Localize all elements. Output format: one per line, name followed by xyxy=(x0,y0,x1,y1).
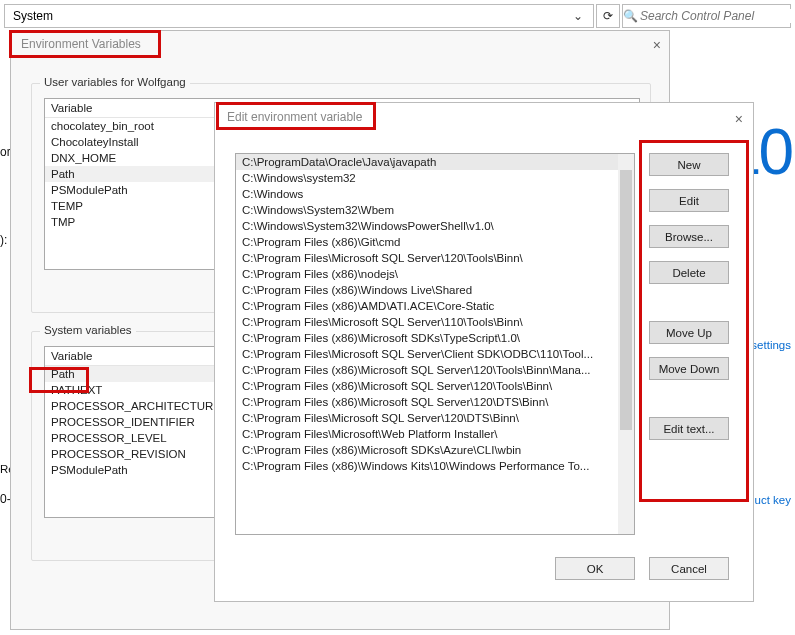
list-item[interactable]: C:\Program Files (x86)\Microsoft SQL Ser… xyxy=(236,362,634,378)
new-button[interactable]: New xyxy=(649,153,729,176)
list-item[interactable]: C:\Program Files (x86)\Microsoft SQL Ser… xyxy=(236,378,634,394)
cancel-button[interactable]: Cancel xyxy=(649,557,729,580)
scrollbar[interactable] xyxy=(618,154,634,534)
list-item[interactable]: C:\Program Files (x86)\AMD\ATI.ACE\Core-… xyxy=(236,298,634,314)
list-item[interactable]: C:\Program Files (x86)\Windows Kits\10\W… xyxy=(236,458,634,474)
list-item[interactable]: C:\Program Files (x86)\Microsoft SDKs\Az… xyxy=(236,442,634,458)
edge-text: ): xyxy=(0,233,7,247)
list-item[interactable]: C:\Program Files (x86)\Microsoft SDKs\Ty… xyxy=(236,330,634,346)
group-legend: User variables for Wolfgang xyxy=(40,76,190,88)
edit-env-variable-dialog: Edit environment variable × C:\ProgramDa… xyxy=(214,102,754,602)
dialog-title: Environment Variables xyxy=(11,31,669,51)
breadcrumb-input[interactable] xyxy=(11,8,569,24)
list-item[interactable]: C:\Windows\System32\WindowsPowerShell\v1… xyxy=(236,218,634,234)
browse-button[interactable]: Browse... xyxy=(649,225,729,248)
chevron-down-icon[interactable]: ⌄ xyxy=(569,9,587,23)
list-item[interactable]: C:\ProgramData\Oracle\Java\javapath xyxy=(236,154,634,170)
ok-button[interactable]: OK xyxy=(555,557,635,580)
search-box[interactable]: 🔍 xyxy=(622,4,791,28)
list-item[interactable]: C:\Program Files\Microsoft SQL Server\11… xyxy=(236,314,634,330)
close-button[interactable]: × xyxy=(735,111,743,127)
list-item[interactable]: C:\Program Files\Microsoft SQL Server\12… xyxy=(236,410,634,426)
list-item[interactable]: C:\Program Files\Microsoft\Web Platform … xyxy=(236,426,634,442)
search-icon: 🔍 xyxy=(623,9,638,23)
list-item[interactable]: C:\Program Files (x86)\Git\cmd xyxy=(236,234,634,250)
breadcrumb[interactable]: ⌄ xyxy=(4,4,594,28)
refresh-button[interactable]: ⟳ xyxy=(596,4,620,28)
list-item[interactable]: C:\Windows\system32 xyxy=(236,170,634,186)
list-item[interactable]: C:\Windows xyxy=(236,186,634,202)
edit-button[interactable]: Edit xyxy=(649,189,729,212)
path-values-list[interactable]: C:\ProgramData\Oracle\Java\javapathC:\Wi… xyxy=(235,153,635,535)
list-item[interactable]: C:\Windows\System32\Wbem xyxy=(236,202,634,218)
list-item[interactable]: C:\Program Files (x86)\Microsoft SQL Ser… xyxy=(236,394,634,410)
dialog-title: Edit environment variable xyxy=(215,103,753,124)
delete-button[interactable]: Delete xyxy=(649,261,729,284)
list-item[interactable]: C:\Program Files\Microsoft SQL Server\12… xyxy=(236,250,634,266)
list-item[interactable]: C:\Program Files (x86)\Windows Live\Shar… xyxy=(236,282,634,298)
search-input[interactable] xyxy=(638,9,795,23)
move-up-button[interactable]: Move Up xyxy=(649,321,729,344)
move-down-button[interactable]: Move Down xyxy=(649,357,729,380)
list-item[interactable]: C:\Program Files\Microsoft SQL Server\Cl… xyxy=(236,346,634,362)
refresh-icon: ⟳ xyxy=(603,9,613,23)
close-button[interactable]: × xyxy=(653,37,661,53)
edit-text-button[interactable]: Edit text... xyxy=(649,417,729,440)
scrollbar-thumb[interactable] xyxy=(620,170,632,430)
group-legend: System variables xyxy=(40,324,136,336)
list-item[interactable]: C:\Program Files (x86)\nodejs\ xyxy=(236,266,634,282)
